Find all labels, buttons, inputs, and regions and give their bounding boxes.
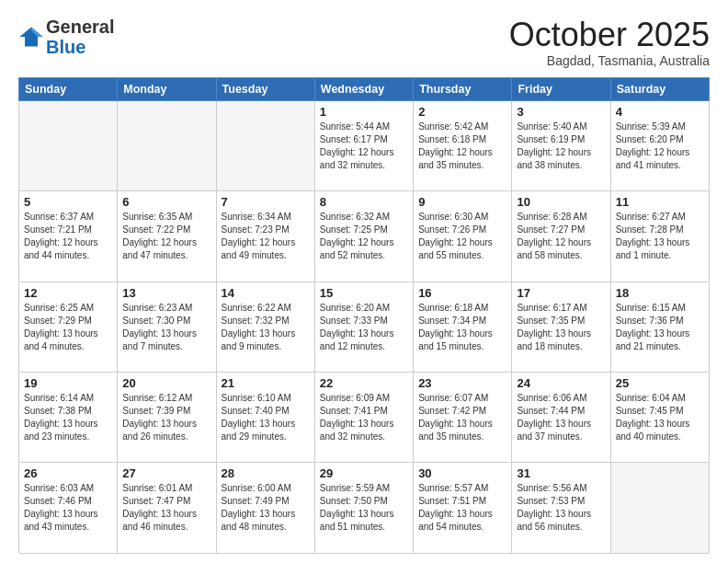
day-detail: Sunrise: 6:01 AM Sunset: 7:47 PM Dayligh… (122, 482, 210, 534)
calendar-cell: 2Sunrise: 5:42 AM Sunset: 6:18 PM Daylig… (414, 100, 512, 190)
calendar-cell: 21Sunrise: 6:10 AM Sunset: 7:40 PM Dayli… (216, 373, 314, 463)
day-detail: Sunrise: 6:03 AM Sunset: 7:46 PM Dayligh… (24, 482, 112, 534)
day-detail: Sunrise: 6:04 AM Sunset: 7:45 PM Dayligh… (616, 392, 704, 443)
day-detail: Sunrise: 5:39 AM Sunset: 6:20 PM Dayligh… (616, 121, 704, 172)
day-detail: Sunrise: 6:22 AM Sunset: 7:32 PM Dayligh… (222, 302, 310, 353)
day-number: 18 (616, 286, 704, 300)
day-number: 29 (320, 466, 408, 480)
day-number: 19 (24, 376, 112, 390)
day-number: 22 (320, 376, 408, 390)
calendar-header-friday: Friday (512, 77, 610, 100)
day-number: 12 (24, 286, 112, 300)
day-detail: Sunrise: 5:56 AM Sunset: 7:53 PM Dayligh… (517, 482, 605, 534)
logo-blue: Blue (46, 37, 85, 57)
day-detail: Sunrise: 6:18 AM Sunset: 7:34 PM Dayligh… (418, 302, 506, 353)
calendar-cell: 14Sunrise: 6:22 AM Sunset: 7:32 PM Dayli… (216, 282, 314, 372)
day-number: 10 (517, 195, 605, 209)
location-subtitle: Bagdad, Tasmania, Australia (509, 53, 710, 68)
day-detail: Sunrise: 6:17 AM Sunset: 7:35 PM Dayligh… (517, 302, 605, 353)
calendar-cell: 17Sunrise: 6:17 AM Sunset: 7:35 PM Dayli… (512, 282, 610, 372)
day-number: 13 (122, 286, 210, 300)
day-detail: Sunrise: 6:32 AM Sunset: 7:25 PM Dayligh… (320, 211, 408, 262)
day-detail: Sunrise: 5:40 AM Sunset: 6:19 PM Dayligh… (517, 121, 605, 172)
day-number: 4 (616, 105, 704, 119)
calendar-cell: 12Sunrise: 6:25 AM Sunset: 7:29 PM Dayli… (19, 282, 118, 372)
day-detail: Sunrise: 6:37 AM Sunset: 7:21 PM Dayligh… (24, 211, 112, 262)
calendar-week-3: 19Sunrise: 6:14 AM Sunset: 7:38 PM Dayli… (19, 373, 710, 463)
day-detail: Sunrise: 6:14 AM Sunset: 7:38 PM Dayligh… (24, 392, 112, 443)
day-detail: Sunrise: 5:44 AM Sunset: 6:17 PM Dayligh… (320, 121, 408, 172)
calendar-cell: 10Sunrise: 6:28 AM Sunset: 7:27 PM Dayli… (512, 191, 610, 282)
calendar-header-wednesday: Wednesday (314, 77, 413, 100)
calendar-cell: 5Sunrise: 6:37 AM Sunset: 7:21 PM Daylig… (19, 191, 118, 282)
day-detail: Sunrise: 6:15 AM Sunset: 7:36 PM Dayligh… (616, 302, 704, 353)
calendar-cell: 8Sunrise: 6:32 AM Sunset: 7:25 PM Daylig… (314, 191, 413, 282)
day-detail: Sunrise: 6:30 AM Sunset: 7:26 PM Dayligh… (418, 211, 506, 262)
calendar-cell: 28Sunrise: 6:00 AM Sunset: 7:49 PM Dayli… (216, 463, 314, 554)
day-number: 30 (418, 466, 506, 480)
day-detail: Sunrise: 6:06 AM Sunset: 7:44 PM Dayligh… (517, 392, 605, 443)
day-detail: Sunrise: 6:07 AM Sunset: 7:42 PM Dayligh… (418, 392, 506, 443)
calendar-cell (19, 100, 118, 190)
month-title: October 2025 (509, 17, 710, 53)
day-number: 9 (418, 195, 506, 209)
day-number: 28 (222, 466, 310, 480)
day-number: 24 (517, 376, 605, 390)
page: General Blue October 2025 Bagdad, Tasman… (0, 0, 728, 563)
calendar-cell: 29Sunrise: 5:59 AM Sunset: 7:50 PM Dayli… (314, 463, 413, 554)
day-detail: Sunrise: 6:10 AM Sunset: 7:40 PM Dayligh… (222, 392, 310, 443)
calendar-cell: 26Sunrise: 6:03 AM Sunset: 7:46 PM Dayli… (19, 463, 118, 554)
calendar-cell: 15Sunrise: 6:20 AM Sunset: 7:33 PM Dayli… (314, 282, 413, 372)
day-number: 25 (616, 376, 704, 390)
day-number: 31 (517, 466, 605, 480)
calendar-cell: 9Sunrise: 6:30 AM Sunset: 7:26 PM Daylig… (414, 191, 512, 282)
calendar-header-tuesday: Tuesday (216, 77, 314, 100)
calendar-header-saturday: Saturday (610, 77, 709, 100)
calendar-cell: 27Sunrise: 6:01 AM Sunset: 7:47 PM Dayli… (118, 463, 216, 554)
day-number: 8 (320, 195, 408, 209)
calendar-week-1: 5Sunrise: 6:37 AM Sunset: 7:21 PM Daylig… (19, 191, 710, 282)
calendar-cell (118, 100, 216, 190)
logo-general: General (46, 17, 114, 37)
day-number: 7 (222, 195, 310, 209)
logo-icon (18, 24, 44, 50)
day-number: 6 (122, 195, 210, 209)
title-block: October 2025 Bagdad, Tasmania, Australia (509, 17, 710, 68)
calendar-header-thursday: Thursday (414, 77, 512, 100)
day-number: 1 (320, 105, 408, 119)
day-detail: Sunrise: 6:28 AM Sunset: 7:27 PM Dayligh… (517, 211, 605, 262)
calendar-cell: 31Sunrise: 5:56 AM Sunset: 7:53 PM Dayli… (512, 463, 610, 554)
header: General Blue October 2025 Bagdad, Tasman… (18, 17, 710, 68)
calendar-cell: 20Sunrise: 6:12 AM Sunset: 7:39 PM Dayli… (118, 373, 216, 463)
day-detail: Sunrise: 6:35 AM Sunset: 7:22 PM Dayligh… (122, 211, 210, 262)
day-number: 27 (122, 466, 210, 480)
day-number: 15 (320, 286, 408, 300)
day-number: 26 (24, 466, 112, 480)
calendar-cell: 11Sunrise: 6:27 AM Sunset: 7:28 PM Dayli… (610, 191, 709, 282)
calendar-week-4: 26Sunrise: 6:03 AM Sunset: 7:46 PM Dayli… (19, 463, 710, 554)
calendar-cell (610, 463, 709, 554)
day-number: 20 (122, 376, 210, 390)
calendar-table: SundayMondayTuesdayWednesdayThursdayFrid… (18, 77, 710, 554)
day-detail: Sunrise: 6:00 AM Sunset: 7:49 PM Dayligh… (222, 482, 310, 534)
calendar-cell: 25Sunrise: 6:04 AM Sunset: 7:45 PM Dayli… (610, 373, 709, 463)
calendar-cell: 18Sunrise: 6:15 AM Sunset: 7:36 PM Dayli… (610, 282, 709, 372)
calendar-cell: 13Sunrise: 6:23 AM Sunset: 7:30 PM Dayli… (118, 282, 216, 372)
day-detail: Sunrise: 6:20 AM Sunset: 7:33 PM Dayligh… (320, 302, 408, 353)
day-detail: Sunrise: 6:09 AM Sunset: 7:41 PM Dayligh… (320, 392, 408, 443)
day-detail: Sunrise: 6:12 AM Sunset: 7:39 PM Dayligh… (122, 392, 210, 443)
calendar-cell: 30Sunrise: 5:57 AM Sunset: 7:51 PM Dayli… (414, 463, 512, 554)
logo-text: General Blue (46, 17, 114, 57)
calendar-cell: 22Sunrise: 6:09 AM Sunset: 7:41 PM Dayli… (314, 373, 413, 463)
day-number: 23 (418, 376, 506, 390)
day-detail: Sunrise: 6:23 AM Sunset: 7:30 PM Dayligh… (122, 302, 210, 353)
calendar-week-0: 1Sunrise: 5:44 AM Sunset: 6:17 PM Daylig… (19, 100, 710, 190)
day-number: 16 (418, 286, 506, 300)
calendar-cell: 7Sunrise: 6:34 AM Sunset: 7:23 PM Daylig… (216, 191, 314, 282)
calendar-cell: 23Sunrise: 6:07 AM Sunset: 7:42 PM Dayli… (414, 373, 512, 463)
day-detail: Sunrise: 5:59 AM Sunset: 7:50 PM Dayligh… (320, 482, 408, 534)
day-number: 21 (222, 376, 310, 390)
calendar-cell: 4Sunrise: 5:39 AM Sunset: 6:20 PM Daylig… (610, 100, 709, 190)
day-number: 3 (517, 105, 605, 119)
day-number: 11 (616, 195, 704, 209)
